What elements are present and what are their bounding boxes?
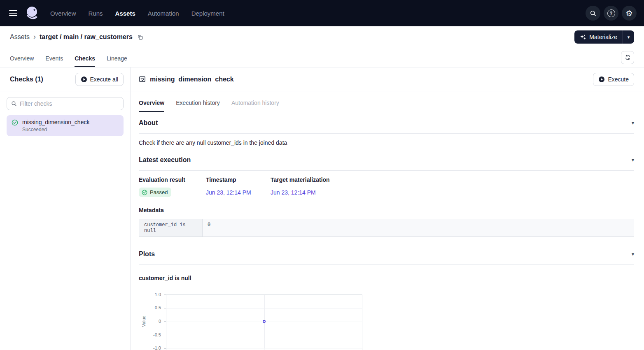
- checks-count-title: Checks (1): [10, 76, 43, 83]
- refresh-button[interactable]: [621, 51, 634, 64]
- latest-execution-section-header: Latest execution ▾: [139, 149, 634, 171]
- value-plot-chart: Value 1.0 0.5 0 -0.5 -1.0: [139, 290, 634, 350]
- nav-automation[interactable]: Automation: [148, 10, 179, 17]
- y-tick: 0.5: [145, 305, 161, 311]
- tab-execution-history[interactable]: Execution history: [176, 100, 220, 112]
- execute-label: Execute: [608, 76, 629, 83]
- copy-icon[interactable]: [137, 34, 143, 40]
- sparkle-icon: [580, 34, 586, 40]
- breadcrumb-separator: ›: [33, 33, 36, 40]
- tab-check-overview[interactable]: Overview: [139, 100, 164, 112]
- status-badge: Passed: [139, 188, 171, 197]
- about-title: About: [139, 119, 158, 127]
- asset-tabs-row: Overview Events Checks Lineage: [0, 48, 644, 67]
- plot-title: customer_id is null: [139, 275, 634, 281]
- refresh-icon: [625, 54, 631, 60]
- tab-events[interactable]: Events: [45, 55, 63, 67]
- check-success-icon: [12, 119, 18, 132]
- latest-execution-title: Latest execution: [139, 156, 191, 164]
- nav-overview[interactable]: Overview: [50, 10, 76, 17]
- check-list-item[interactable]: missing_dimension_check Succeeded: [7, 115, 124, 136]
- top-nav: Overview Runs Assets Automation Deployme…: [0, 0, 644, 26]
- filter-checks-box: [7, 97, 124, 110]
- check-title: missing_dimension_check: [150, 76, 234, 83]
- search-icon: [11, 101, 17, 107]
- breadcrumb-row: Assets › target / main / raw_customers M…: [0, 26, 644, 48]
- search-button[interactable]: [586, 6, 600, 21]
- col-timestamp: Timestamp: [206, 176, 271, 183]
- plots-section-header: Plots ▾: [139, 243, 634, 265]
- metadata-value: 0: [203, 219, 634, 236]
- execute-all-label: Execute all: [90, 76, 118, 83]
- latest-execution-values: Passed Jun 23, 12:14 PM Jun 23, 12:14 PM: [139, 188, 634, 197]
- nav-deployment[interactable]: Deployment: [191, 10, 224, 17]
- data-point[interactable]: [263, 320, 266, 323]
- y-tick: -1.0: [145, 345, 161, 350]
- play-icon: [598, 76, 605, 83]
- breadcrumb-assets-link[interactable]: Assets: [10, 33, 30, 41]
- collapse-caret-icon[interactable]: ▾: [632, 157, 634, 163]
- tab-overview[interactable]: Overview: [10, 55, 34, 67]
- play-icon: [81, 76, 87, 83]
- checks-sidebar: Checks (1) Execute all missing_dimension…: [0, 67, 131, 350]
- collapse-caret-icon[interactable]: ▾: [632, 251, 634, 257]
- filter-checks-input[interactable]: [20, 100, 119, 107]
- check-detail-panel: missing_dimension_check Execute Overview…: [131, 67, 644, 350]
- execute-all-button[interactable]: Execute all: [75, 73, 124, 86]
- tab-automation-history[interactable]: Automation history: [231, 100, 279, 112]
- materialize-dropdown-button[interactable]: ▾: [623, 30, 634, 44]
- search-icon: [590, 10, 597, 17]
- latest-execution-columns: Evaluation result Timestamp Target mater…: [139, 176, 634, 183]
- asset-check-icon: [139, 76, 146, 83]
- status-badge-label: Passed: [150, 189, 168, 195]
- y-tick: 1.0: [145, 292, 161, 297]
- col-target-materialization: Target materialization: [271, 176, 330, 183]
- metadata-table: customer_id is null 0: [139, 219, 634, 237]
- metadata-title: Metadata: [139, 207, 634, 213]
- check-detail-tabs: Overview Execution history Automation hi…: [131, 91, 644, 112]
- dagster-logo-icon[interactable]: [25, 6, 40, 21]
- nav-assets[interactable]: Assets: [115, 10, 135, 17]
- primary-nav: Overview Runs Assets Automation Deployme…: [50, 10, 224, 17]
- help-icon: ?: [607, 9, 615, 17]
- check-circle-icon: [142, 190, 147, 195]
- settings-button[interactable]: ⚙: [622, 6, 637, 21]
- y-tick: -0.5: [145, 332, 161, 338]
- menu-icon[interactable]: [9, 10, 17, 16]
- chevron-down-icon: ▾: [628, 35, 630, 40]
- materialize-button[interactable]: Materialize: [574, 30, 623, 44]
- nav-runs[interactable]: Runs: [89, 10, 103, 17]
- materialize-split-button: Materialize ▾: [574, 30, 634, 44]
- gear-icon: ⚙: [625, 9, 632, 17]
- plots-title: Plots: [139, 250, 155, 258]
- tab-checks[interactable]: Checks: [75, 55, 95, 67]
- asset-key-path: target / main / raw_customers: [40, 33, 133, 41]
- metadata-key: customer_id is null: [139, 219, 203, 236]
- check-item-status: Succeeded: [22, 127, 89, 132]
- timestamp-link[interactable]: Jun 23, 12:14 PM: [206, 189, 251, 196]
- materialize-label: Materialize: [589, 34, 617, 40]
- about-section-header: About ▾: [139, 112, 634, 134]
- y-tick: 0: [145, 319, 161, 324]
- help-button[interactable]: ?: [604, 6, 618, 21]
- tab-lineage[interactable]: Lineage: [107, 55, 127, 67]
- execute-button[interactable]: Execute: [593, 73, 634, 86]
- breadcrumb: Assets › target / main / raw_customers: [10, 33, 143, 41]
- check-description: Check if there are any null customer_ids…: [139, 139, 634, 146]
- check-item-name: missing_dimension_check: [22, 119, 89, 125]
- target-materialization-link[interactable]: Jun 23, 12:14 PM: [271, 189, 316, 196]
- col-evaluation-result: Evaluation result: [139, 176, 206, 183]
- collapse-caret-icon[interactable]: ▾: [632, 120, 634, 126]
